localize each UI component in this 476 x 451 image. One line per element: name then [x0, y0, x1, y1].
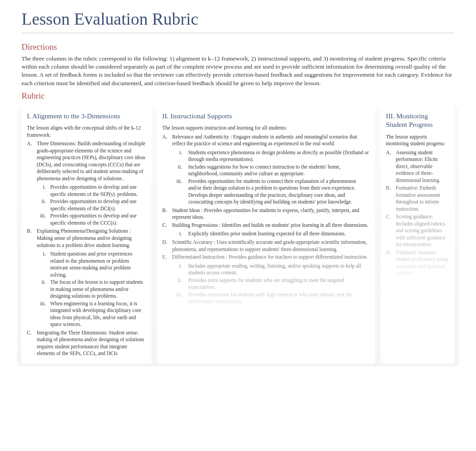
list-marker: C.	[162, 222, 172, 229]
list-marker: C.	[386, 213, 396, 248]
list-item: A.Assessing student performance: Elicits…	[386, 149, 449, 184]
sublist-body: Provides opportunities to develop and us…	[50, 198, 146, 212]
column-title-1: I. Alignment to the 3-Dimensions	[27, 112, 146, 120]
sublist-body: The focus of the lesson is to support st…	[50, 279, 146, 300]
sublist-body: When engineering is a learning focus, it…	[50, 300, 146, 328]
sublist: i.Student questions and prior experience…	[37, 251, 146, 328]
column-instructional-supports: II. Instructional Supports The lesson su…	[157, 104, 375, 364]
list-body: Explaining Phenomena/Designing Solutions…	[37, 228, 146, 249]
list-item: B.Explaining Phenomena/Designing Solutio…	[27, 228, 146, 249]
sublist-marker: iii.	[37, 300, 50, 328]
sublist-wrapper: i.Includes appropriate reading, writing,…	[162, 262, 370, 306]
list-marker: E.	[162, 254, 172, 261]
column-monitoring-progress: III. Monitoring Student Progress The les…	[381, 104, 454, 364]
sublist-marker: ii.	[172, 277, 188, 291]
list-item: E.Differentiated Instruction : Provides …	[162, 254, 370, 261]
list-marker: A.	[162, 134, 172, 147]
list-marker: B.	[386, 185, 396, 212]
list-marker: D.	[386, 249, 396, 277]
directions-text: The three columns in the rubric correspo…	[22, 55, 454, 87]
sublist-body: Explicitly identifies prior student lear…	[188, 230, 370, 238]
list-body: Differentiated Instruction : Provides gu…	[172, 254, 370, 261]
sublist-marker: ii.	[37, 198, 50, 212]
sublist-body: Provides opportunities to develop and us…	[50, 184, 146, 198]
list-body: Assessing student performance: Elicits d…	[396, 149, 449, 184]
list-marker: B.	[27, 228, 37, 249]
list-marker: A.	[386, 149, 396, 184]
sublist-item: i.Includes appropriate reading, writing,…	[172, 263, 370, 277]
list-body: Building Progressions : Identifies and b…	[172, 222, 370, 229]
list-marker: C.	[27, 330, 37, 357]
list-body: Three Dimensions: Builds understanding o…	[37, 140, 146, 182]
list-item: A.Relevance and Authenticity : Engages s…	[162, 134, 370, 147]
sublist-marker: iii.	[37, 212, 50, 226]
sublist-marker: ii.	[172, 164, 188, 178]
sublist-body: Provides extensions for students with hi…	[188, 291, 370, 305]
rubric-columns: I. Alignment to the 3-Dimensions The les…	[22, 104, 454, 364]
sublist-marker: iii.	[172, 291, 188, 305]
column-title-2: II. Instructional Supports	[162, 112, 370, 120]
sublist-body: Provides extra supports for students who…	[188, 277, 370, 291]
sublist-item: iii.Provides opportunities for students …	[172, 178, 370, 206]
list-item: D.Scientific Accuracy : Uses scientifica…	[162, 239, 370, 253]
sublist-item: ii.Includes suggestions for how to conne…	[172, 164, 370, 178]
rubric-container: I. Alignment to the 3-Dimensions The les…	[22, 104, 454, 364]
sublist-marker: i.	[37, 184, 50, 198]
sublist-item: i.Student questions and prior experience…	[37, 251, 146, 278]
list-body: Formative: Embeds formative assessment t…	[396, 185, 449, 212]
list-body: Unbiased: Assesses student proficiency u…	[396, 249, 449, 277]
list-body: Scientific Accuracy : Uses scientificall…	[172, 239, 370, 253]
sublist-wrapper: i.Student questions and prior experience…	[27, 250, 146, 329]
list-item: C.Building Progressions : Identifies and…	[162, 222, 370, 229]
list-body: Relevance and Authenticity : Engages stu…	[172, 134, 370, 147]
list-body: Scoring guidance: Includes aligned rubri…	[396, 213, 449, 248]
rubric-heading: Rubric	[22, 91, 454, 101]
sublist-body: Students experience phenomena or design …	[188, 149, 370, 163]
sublist-wrapper: i.Students experience phenomena or desig…	[162, 148, 370, 206]
list-item: C.Scoring guidance: Includes aligned rub…	[386, 213, 449, 248]
title-divider	[22, 32, 454, 34]
sublist: i.Explicitly identifies prior student le…	[172, 230, 370, 238]
sublist-item: i.Provides opportunities to develop and …	[37, 184, 146, 198]
column-intro-2: The lesson supports instruction and lear…	[162, 125, 370, 132]
list-marker: B.	[162, 207, 172, 221]
sublist-body: Includes appropriate reading, writing, l…	[188, 263, 370, 277]
list-marker: A.	[27, 140, 37, 182]
sublist-item: i.Students experience phenomena or desig…	[172, 149, 370, 163]
sublist: i.Provides opportunities to develop and …	[37, 184, 146, 226]
directions-heading: Directions	[22, 42, 454, 52]
sublist-marker: i.	[172, 263, 188, 277]
sublist-marker: iii.	[172, 178, 188, 206]
sublist: i.Includes appropriate reading, writing,…	[172, 263, 370, 305]
sublist-item: ii.Provides opportunities to develop and…	[37, 198, 146, 212]
list-item: B.Formative: Embeds formative assessment…	[386, 185, 449, 212]
sublist-item: ii.The focus of the lesson is to support…	[37, 279, 146, 300]
sublist-item: iii.Provides opportunities to develop an…	[37, 212, 146, 226]
sublist-marker: i.	[37, 251, 50, 278]
sublist-body: Provides opportunities to develop and us…	[50, 212, 146, 226]
column-2-list: A.Relevance and Authenticity : Engages s…	[162, 134, 370, 306]
list-item: A.Three Dimensions: Builds understanding…	[27, 140, 146, 182]
sublist-item: iii.Provides extensions for students wit…	[172, 291, 370, 305]
sublist-body: Student questions and prior experiences …	[50, 251, 146, 278]
sublist-item: ii.Provides extra supports for students …	[172, 277, 370, 291]
list-item: B.Student Ideas : Provides opportunities…	[162, 207, 370, 221]
sublist-item: i.Explicitly identifies prior student le…	[172, 230, 370, 238]
column-3-list: A.Assessing student performance: Elicits…	[386, 149, 449, 277]
list-item: C.Integrating the Three Dimensions: Stud…	[27, 330, 146, 357]
sublist-wrapper: i.Explicitly identifies prior student le…	[162, 230, 370, 238]
list-marker: D.	[162, 239, 172, 253]
column-title-3: III. Monitoring Student Progress	[386, 112, 449, 129]
page-title: Lesson Evaluation Rubric	[22, 9, 454, 29]
sublist-wrapper: i.Provides opportunities to develop and …	[27, 183, 146, 227]
column-1-list: A.Three Dimensions: Builds understanding…	[27, 140, 146, 357]
column-intro-1: The lesson aligns with the conceptual sh…	[27, 125, 146, 139]
sublist-item: iii.When engineering is a learning focus…	[37, 300, 146, 328]
list-item: D.Unbiased: Assesses student proficiency…	[386, 249, 449, 277]
sublist-marker: i.	[172, 230, 188, 238]
list-body: Student Ideas : Provides opportunities f…	[172, 207, 370, 221]
list-body: Integrating the Three Dimensions: Studen…	[37, 330, 146, 357]
sublist: i.Students experience phenomena or desig…	[172, 149, 370, 206]
sublist-body: Includes suggestions for how to connect …	[188, 164, 370, 178]
column-intro-3: The lesson supports monitoring student p…	[386, 134, 449, 147]
